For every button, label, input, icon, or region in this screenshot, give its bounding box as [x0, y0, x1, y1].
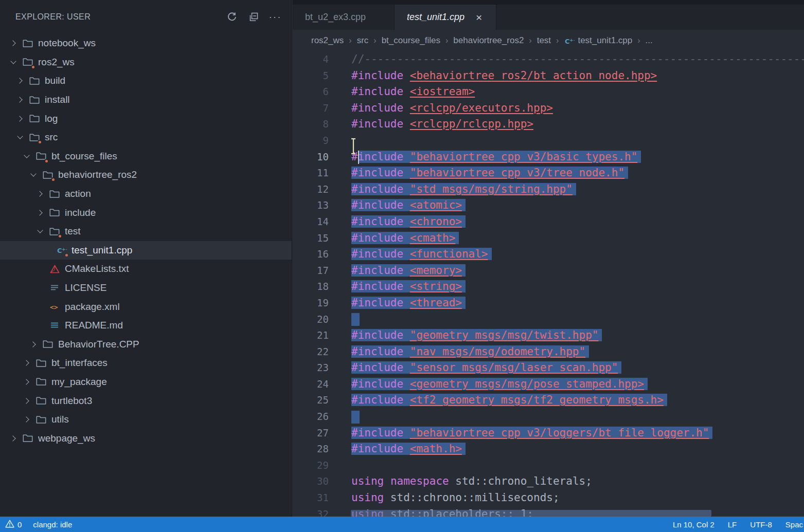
code-line[interactable]: 28#include <math.h>: [293, 441, 804, 457]
tab-bt_u2_ex3.cpp[interactable]: bt_u2_ex3.cpp: [293, 5, 395, 30]
code-line[interactable]: 16#include <functional>: [293, 246, 804, 263]
breadcrumb-item[interactable]: C++test_unit1.cpp: [564, 35, 632, 46]
code-line[interactable]: 5#include <behaviortree_ros2/bt_action_n…: [293, 68, 804, 84]
selection-highlight: #include "nav_msgs/msg/odometry.hpp": [351, 345, 589, 358]
code-line[interactable]: 22#include "nav_msgs/msg/odometry.hpp": [293, 344, 804, 360]
code-token: <cmath>: [410, 232, 456, 244]
code-line[interactable]: 19#include <thread>: [293, 295, 804, 311]
window-top-strip: [293, 0, 804, 5]
code-token: #include: [351, 443, 410, 455]
breadcrumb: ros2_ws›src›bt_course_files›behaviortree…: [293, 30, 804, 51]
breadcrumb-item[interactable]: behaviortree_ros2: [453, 35, 524, 46]
code-editor[interactable]: 4//-------------------------------------…: [293, 51, 804, 517]
close-icon[interactable]: ×: [476, 12, 482, 23]
breadcrumb-item[interactable]: bt_course_files: [382, 35, 440, 46]
selection-highlight: #include "sensor_msgs/msg/laser_scan.hpp…: [351, 361, 621, 374]
breadcrumb-label: test: [537, 35, 551, 46]
code-token: <atomic>: [410, 199, 462, 211]
modified-dot: [31, 65, 35, 69]
code-line[interactable]: 12#include "std_msgs/msg/string.hpp": [293, 181, 804, 198]
code-token: #include: [351, 167, 410, 179]
more-actions-icon[interactable]: ···: [267, 9, 283, 25]
tree-folder-turtlebot3[interactable]: turtlebot3: [0, 391, 292, 410]
tree-folder-BehaviorTree.CPP[interactable]: BehaviorTree.CPP: [0, 335, 292, 354]
tree-file-package.xml[interactable]: <>package.xml: [0, 297, 292, 316]
code-line[interactable]: 26: [293, 409, 804, 425]
code-line[interactable]: 15#include <cmath>: [293, 230, 804, 247]
selection-highlight: #include <thread>: [351, 297, 466, 309]
folder-icon: [42, 169, 53, 180]
breadcrumb-item[interactable]: src: [357, 35, 369, 46]
breadcrumb-item[interactable]: ros2_ws: [311, 35, 344, 46]
tree-folder-notebook_ws[interactable]: notebook_ws: [0, 34, 292, 53]
indentation-indicator[interactable]: Spac: [785, 520, 803, 529]
code-line[interactable]: 31using std::chrono::milliseconds;: [293, 490, 804, 506]
tree-file-LICENSE[interactable]: LICENSE: [0, 279, 292, 298]
eol-indicator[interactable]: LF: [728, 520, 737, 529]
code-line[interactable]: 24#include <geometry_msgs/msg/pose_stamp…: [293, 376, 804, 393]
code-line[interactable]: 27#include "behaviortree_cpp_v3/loggers/…: [293, 425, 804, 442]
tree-folder-my_package[interactable]: my_package: [0, 373, 292, 392]
code-line[interactable]: 25#include <tf2_geometry_msgs/tf2_geomet…: [293, 392, 804, 409]
chevron-right-icon: [22, 417, 32, 421]
line-content: using namespace std::chrono_literals;: [329, 473, 804, 490]
folder-icon: [22, 57, 33, 68]
cmake-file-icon: [49, 263, 60, 274]
code-line[interactable]: 10#include "behaviortree_cpp_v3/basic_ty…: [293, 149, 804, 166]
tree-folder-ros2_ws[interactable]: ros2_ws: [0, 53, 292, 72]
tree-file-test_unit1.cpp[interactable]: C++test_unit1.cpp: [0, 241, 292, 260]
folder-icon: [29, 94, 40, 105]
folder-icon: [35, 357, 47, 369]
code-line[interactable]: 21#include "geometry_msgs/msg/twist.hpp": [293, 327, 804, 344]
breadcrumb-item[interactable]: test: [537, 35, 551, 46]
chevron-right-icon: [15, 79, 25, 83]
code-token: "geometry_msgs/msg/twist.hpp": [410, 329, 599, 341]
refresh-icon[interactable]: [224, 9, 240, 25]
code-line[interactable]: 4//-------------------------------------…: [293, 51, 804, 68]
svg-text:++: ++: [569, 38, 575, 43]
code-line[interactable]: 9: [293, 133, 804, 149]
cursor-position[interactable]: Ln 10, Col 2: [673, 520, 714, 529]
line-text: //--------------------------------------…: [351, 53, 804, 65]
language-server-status[interactable]: clangd: idle: [33, 520, 72, 529]
code-line[interactable]: 17#include <memory>: [293, 263, 804, 279]
tree-folder-log[interactable]: log: [0, 109, 292, 128]
collapse-folders-icon[interactable]: [245, 9, 262, 25]
code-line[interactable]: 18#include <string>: [293, 279, 804, 295]
encoding-indicator[interactable]: UTF-8: [750, 520, 772, 529]
code-line[interactable]: 11#include "behaviortree_cpp_v3/tree_nod…: [293, 165, 804, 181]
horizontal-scrollbar[interactable]: [351, 510, 711, 517]
code-line[interactable]: 29: [293, 457, 804, 474]
tree-folder-behaviortree_ros2[interactable]: behaviortree_ros2: [0, 166, 292, 185]
svg-text:++: ++: [62, 247, 67, 252]
code-token: #include: [351, 215, 410, 228]
modified-dot: [38, 140, 42, 144]
tree-folder-bt_interfaces[interactable]: bt_interfaces: [0, 354, 292, 373]
tree-folder-action[interactable]: action: [0, 185, 292, 204]
line-number: 27: [293, 425, 329, 442]
tree-folder-include[interactable]: include: [0, 203, 292, 222]
code-line[interactable]: 6#include <iostream>: [293, 84, 804, 100]
code-line[interactable]: 14#include <chrono>: [293, 214, 804, 230]
tree-folder-test[interactable]: test: [0, 222, 292, 241]
tree-file-CMakeLists.txt[interactable]: CMakeLists.txt: [0, 260, 292, 279]
tree-file-README.md[interactable]: README.md: [0, 316, 292, 335]
tree-folder-install[interactable]: install: [0, 90, 292, 109]
tree-folder-build[interactable]: build: [0, 71, 292, 90]
problems-indicator[interactable]: 0: [5, 520, 22, 529]
code-line[interactable]: 23#include "sensor_msgs/msg/laser_scan.h…: [293, 360, 804, 376]
tree-folder-webpage_ws[interactable]: webpage_ws: [0, 429, 292, 448]
code-line[interactable]: 7#include <rclcpp/executors.hpp>: [293, 100, 804, 117]
chevron-right-icon: [15, 98, 25, 102]
line-content: #include "behaviortree_cpp_v3/loggers/bt…: [329, 425, 804, 442]
tree-folder-bt_course_files[interactable]: bt_course_files: [0, 147, 292, 166]
tree-folder-src[interactable]: src: [0, 128, 292, 147]
folder-icon: [35, 376, 47, 388]
breadcrumb-item[interactable]: ...: [646, 35, 653, 46]
code-line[interactable]: 20: [293, 311, 804, 328]
tab-test_unit1.cpp[interactable]: test_unit1.cpp×: [395, 5, 496, 30]
code-line[interactable]: 13#include <atomic>: [293, 197, 804, 214]
code-line[interactable]: 30using namespace std::chrono_literals;: [293, 473, 804, 490]
code-line[interactable]: 8#include <rclcpp/rclcpp.hpp>: [293, 116, 804, 133]
tree-folder-utils[interactable]: utils: [0, 410, 292, 429]
